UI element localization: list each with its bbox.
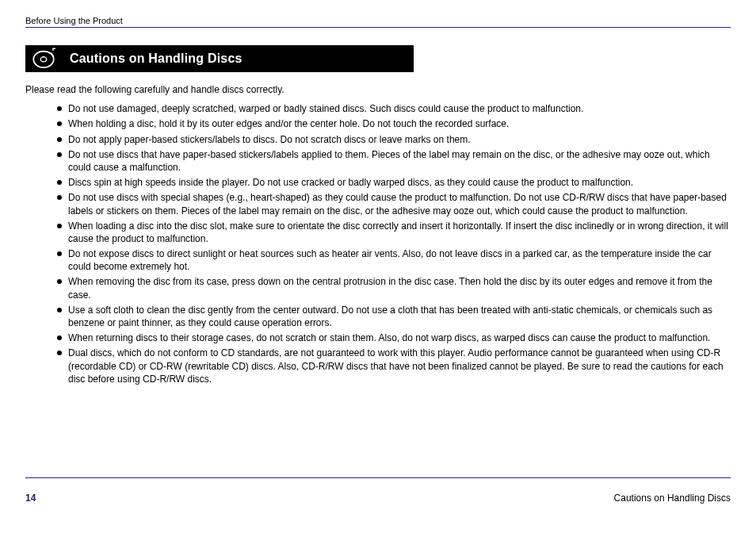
list-item: Do not apply paper-based stickers/labels… xyxy=(57,133,731,146)
list-item: Discs spin at high speeds inside the pla… xyxy=(57,176,731,189)
disc-icon xyxy=(25,45,62,72)
list-item: Do not expose discs to direct sunlight o… xyxy=(57,247,731,273)
svg-point-1 xyxy=(40,57,47,62)
list-item: When holding a disc, hold it by its oute… xyxy=(57,117,731,130)
footer-row: 14 Cautions on Handling Discs xyxy=(25,492,731,504)
top-divider xyxy=(25,27,731,28)
section-title: Cautions on Handling Discs xyxy=(62,45,414,72)
intro-text: Please read the following carefully and … xyxy=(25,83,731,96)
svg-point-0 xyxy=(33,52,54,67)
bottom-divider xyxy=(25,477,731,478)
list-item: When loading a disc into the disc slot, … xyxy=(57,220,731,245)
cautions-list: Do not use damaged, deeply scratched, wa… xyxy=(57,102,731,385)
section-banner: Cautions on Handling Discs xyxy=(25,45,414,72)
list-item: When returning discs to their storage ca… xyxy=(57,331,731,344)
list-item: Do not use damaged, deeply scratched, wa… xyxy=(57,102,731,115)
page-number: 14 xyxy=(25,492,36,504)
footer-title: Cautions on Handling Discs xyxy=(614,492,731,504)
list-item: When removing the disc from its case, pr… xyxy=(57,275,731,301)
list-item: Use a soft cloth to clean the disc gentl… xyxy=(57,304,731,329)
list-item: Do not use discs that have paper-based s… xyxy=(57,148,731,174)
running-head: Before Using the Product xyxy=(25,16,731,25)
list-item: Dual discs, which do not conform to CD s… xyxy=(57,347,731,385)
list-item: Do not use discs with special shapes (e.… xyxy=(57,191,731,217)
